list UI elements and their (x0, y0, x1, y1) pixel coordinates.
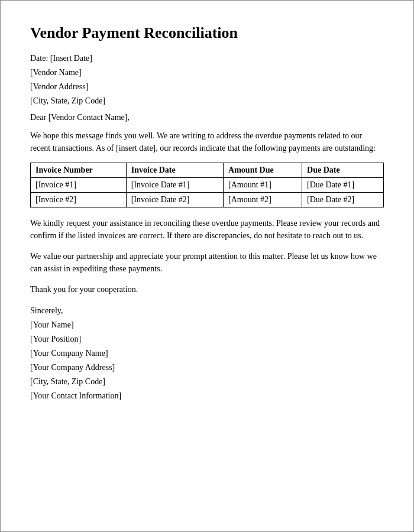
table-header-row: Invoice Number Invoice Date Amount Due D… (31, 163, 384, 178)
your-name: [Your Name] (30, 320, 384, 330)
table-cell: [Amount #2] (224, 193, 302, 207)
paragraph2: We kindly request your assistance in rec… (30, 217, 384, 242)
table-cell: [Amount #1] (224, 178, 302, 193)
table-cell: [Due Date #1] (302, 178, 384, 193)
greeting: Dear [Vendor Contact Name], (30, 113, 384, 122)
your-position: [Your Position] (30, 335, 384, 344)
your-company-name: [Your Company Name] (30, 349, 384, 358)
your-city-state-zip: [City, State, Zip Code] (30, 377, 384, 387)
signature-block: Sincerely, [Your Name] [Your Position] [… (30, 306, 384, 406)
your-contact-info: [Your Contact Information] (30, 391, 384, 401)
col-due-date: Due Date (302, 163, 384, 178)
document-container: Vendor Payment Reconciliation Date: [Ins… (0, 0, 414, 532)
vendor-name: [Vendor Name] (30, 68, 384, 77)
col-invoice-number: Invoice Number (31, 163, 127, 178)
table-cell: [Invoice #1] (31, 178, 127, 193)
document-title: Vendor Payment Reconciliation (30, 24, 384, 42)
invoice-table: Invoice Number Invoice Date Amount Due D… (30, 163, 384, 207)
table-row: [Invoice #2][Invoice Date #2][Amount #2]… (31, 193, 384, 207)
table-cell: [Due Date #2] (302, 193, 384, 207)
paragraph1: We hope this message finds you well. We … (30, 129, 384, 154)
table-row: [Invoice #1][Invoice Date #1][Amount #1]… (31, 178, 384, 193)
col-invoice-date: Invoice Date (126, 163, 223, 178)
date-line: Date: [Insert Date] (30, 54, 384, 63)
table-cell: [Invoice Date #2] (126, 193, 223, 207)
paragraph3: We value our partnership and appreciate … (30, 250, 384, 275)
city-state-zip: [City, State, Zip Code] (30, 96, 384, 106)
col-amount-due: Amount Due (224, 163, 302, 178)
table-cell: [Invoice #2] (31, 193, 127, 207)
vendor-address: [Vendor Address] (30, 82, 384, 92)
closing-thanks: Thank you for your cooperation. (30, 283, 384, 296)
your-company-address: [Your Company Address] (30, 363, 384, 372)
table-cell: [Invoice Date #1] (126, 178, 223, 193)
sincerely: Sincerely, (30, 306, 384, 316)
